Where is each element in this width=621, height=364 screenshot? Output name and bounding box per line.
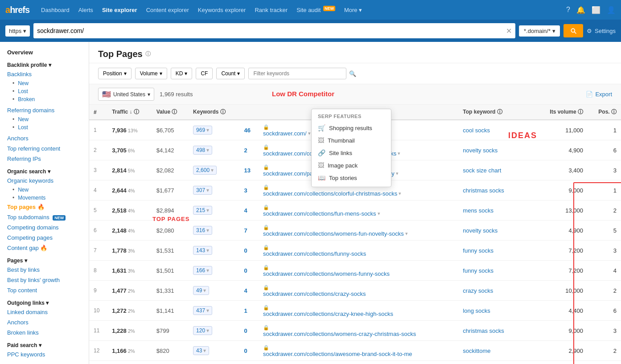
nav-site-explorer[interactable]: Site explorer [101,5,138,15]
cell-kw-link[interactable]: 0 [239,241,259,261]
url-link[interactable]: sockdrawer.com/collections/awesome-brand… [263,351,454,357]
volume-filter[interactable]: Volume ▾ [135,68,167,79]
sidebar-item-backlinks[interactable]: Backlinks [0,69,89,79]
sidebar-item-top-pages[interactable]: Top pages 🔥 [0,202,89,212]
col-pos[interactable]: Pos. ⓘ [588,105,621,120]
nav-site-audit[interactable]: Site audit NEW [296,4,336,15]
cell-top-kw[interactable]: long socks [458,301,535,321]
cell-keywords[interactable]: 498 ▾ [189,140,239,160]
cell-top-kw[interactable]: hot sox [458,361,535,364]
cell-kw-link[interactable]: 4 [239,200,259,221]
position-filter[interactable]: Position ▾ [98,68,132,79]
cell-keywords[interactable]: 215 ▾ [189,200,239,221]
cell-kw-link[interactable]: 46 [239,120,259,140]
col-top-keyword[interactable]: Top keyword ⓘ [458,105,535,120]
cell-keywords[interactable]: 437 ▾ [189,301,239,321]
cell-kw-link[interactable]: 1 [239,301,259,321]
sidebar-item-organic-new[interactable]: New [0,186,89,194]
cell-top-kw[interactable]: christmas socks [458,321,535,341]
account-icon[interactable]: 👤 [607,6,616,14]
cell-keywords[interactable]: 166 ▾ [189,261,239,281]
keyword-filter-search-icon[interactable]: 🔍 [349,70,356,77]
nav-alerts[interactable]: Alerts [78,5,94,15]
cell-kw-link[interactable]: 0 [239,261,259,281]
nav-more[interactable]: More ▾ [343,5,363,15]
cell-top-kw[interactable]: mens socks [458,200,535,221]
nav-content-explorer[interactable]: Content explorer [145,5,190,15]
sidebar-item-backlinks-lost[interactable]: Lost [0,87,89,95]
url-input[interactable] [37,27,506,34]
serp-item-shopping[interactable]: 🛒 Shopping results [312,122,391,134]
col-value[interactable]: Value ⓘ [152,105,189,120]
screen-icon[interactable]: ⬜ [592,6,600,14]
search-button[interactable] [563,24,583,37]
sidebar-item-competing-pages[interactable]: Competing pages [0,233,89,243]
cell-kw-link[interactable]: 2 [239,140,259,160]
sidebar-item-referring-domains[interactable]: Referring domains [0,105,89,115]
notifications-icon[interactable]: 🔔 [576,6,585,14]
cell-top-kw[interactable]: funny socks [458,241,535,261]
cell-keywords[interactable]: 41 ▾ [189,361,239,364]
sidebar-item-referring-new[interactable]: New [0,115,89,123]
cell-keywords[interactable]: 49 ▾ [189,281,239,301]
sidebar-item-broken-links[interactable]: Broken links [0,327,89,338]
sidebar-item-backlinks-new[interactable]: New [0,79,89,87]
sidebar-item-top-referring[interactable]: Top referring content [0,143,89,154]
serp-item-thumbnail[interactable]: 🖼 Thumbnail [312,134,391,147]
sidebar-item-outgoing-anchors[interactable]: Anchors [0,317,89,327]
cell-kw-link[interactable]: 0 [239,341,259,361]
serp-item-sitelinks[interactable]: 🔗 Site links [312,147,391,159]
info-icon[interactable]: ⓘ [145,50,151,58]
cell-kw-link[interactable]: 1 [239,361,259,364]
cell-top-kw[interactable]: sockittome [458,341,535,361]
nav-dashboard[interactable]: Dashboard [40,5,70,15]
col-keywords[interactable]: Keywords ⓘ [189,105,239,120]
kd-filter[interactable]: KD ▾ [171,68,193,79]
sidebar-item-content-gap[interactable]: Content gap 🔥 [0,243,89,253]
sidebar-item-referring-ips[interactable]: Referring IPs [0,154,89,164]
cell-keywords[interactable]: 969 ▾ [189,120,239,140]
cell-kw-link[interactable]: 13 [239,160,259,180]
col-volume[interactable]: Its volume ⓘ [535,105,588,120]
keyword-filter-input[interactable] [248,68,346,79]
url-link[interactable]: sockdrawer.com/collections/fun-mens-sock… [263,210,454,217]
sidebar-item-competing-domains[interactable]: Competing domains [0,222,89,233]
sidebar-item-overview[interactable]: Overview [0,47,89,57]
cell-top-kw[interactable]: novelty socks [458,140,535,160]
cell-keywords[interactable]: 316 ▾ [189,221,239,241]
col-traffic[interactable]: Traffic ↓ ⓘ [107,105,152,120]
nav-keywords-explorer[interactable]: Keywords explorer [197,5,247,15]
sidebar-item-referring-lost[interactable]: Lost [0,123,89,131]
sidebar-item-top-content[interactable]: Top content [0,285,89,295]
clear-button[interactable]: ✕ [506,27,512,35]
sidebar-item-backlinks-broken[interactable]: Broken [0,95,89,103]
cell-keywords[interactable]: 2,600 ▾ [189,160,239,180]
sidebar-item-ppc-kw[interactable]: PPC keywords [0,349,89,360]
cell-top-kw[interactable]: crazy socks [458,281,535,301]
sidebar-item-best-by-links-growth[interactable]: Best by links' growth [0,275,89,285]
cell-kw-link[interactable]: 0 [239,321,259,341]
nav-rank-tracker[interactable]: Rank tracker [254,5,288,15]
cell-keywords[interactable]: 43 ▾ [189,341,239,361]
url-link[interactable]: sockdrawer.com/collections/crazy-socks [263,290,454,297]
url-link[interactable]: sockdrawer.com/collections/womens-fun-no… [263,230,454,237]
cell-kw-link[interactable]: 7 [239,221,259,241]
export-button[interactable]: 📄 Export [586,91,612,98]
country-selector[interactable]: 🇺🇸 United States ▾ [98,88,154,101]
sidebar-item-organic-movements[interactable]: Movements [0,194,89,202]
cell-keywords[interactable]: 120 ▾ [189,321,239,341]
cell-top-kw[interactable]: novelty socks [458,221,535,241]
url-link[interactable]: sockdrawer.com/collections/colorful-chri… [263,190,454,197]
sidebar-item-organic-kw[interactable]: Organic keywords [0,176,89,186]
settings-button[interactable]: ⚙ Settings [587,28,616,34]
mode-select[interactable]: *.domain/* ▾ [519,25,560,37]
cell-top-kw[interactable]: funny socks [458,261,535,281]
cell-top-kw[interactable]: christmas socks [458,180,535,200]
cell-kw-link[interactable]: 4 [239,281,259,301]
cell-keywords[interactable]: 307 ▾ [189,180,239,200]
cell-top-kw[interactable]: cool socks [458,120,535,140]
url-link[interactable]: sockdrawer.com/collections/womens-funny-… [263,270,454,277]
protocol-select[interactable]: https ▾ [5,25,30,37]
url-link[interactable]: sockdrawer.com/collections/womens-crazy-… [263,331,454,337]
cell-top-kw[interactable]: sock size chart [458,160,535,180]
